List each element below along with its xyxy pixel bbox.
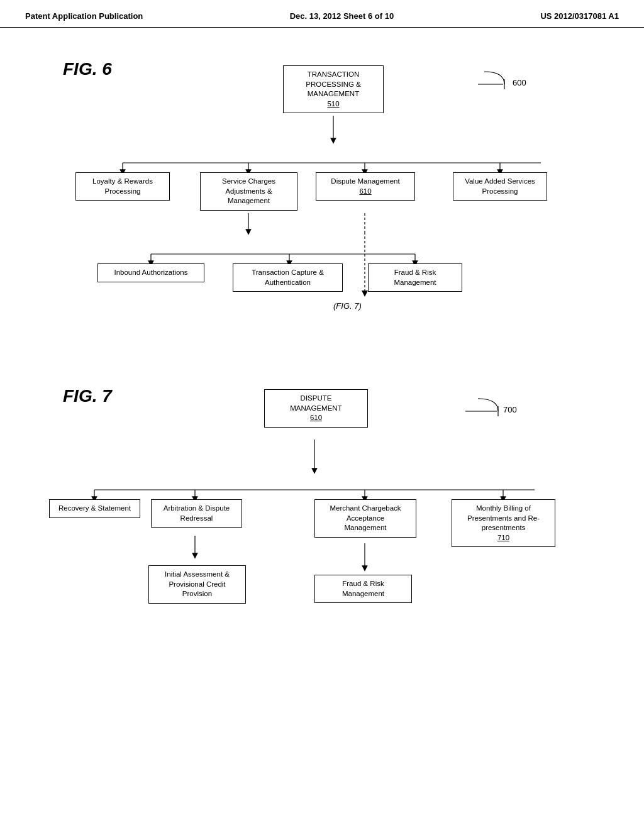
fig7-arbitration-box: Arbitration & DisputeRedressal <box>151 499 242 528</box>
fig6-service-box: Service ChargesAdjustments &Management <box>200 172 297 211</box>
fig6-label: FIG. 6 <box>63 59 112 79</box>
fig6-fraud-text: Fraud & RiskManagement <box>394 268 436 286</box>
fig7-diagram: FIG. 7 <box>25 374 619 644</box>
fig6-dispute-text: Dispute Management610 <box>331 177 399 195</box>
header-right: US 2012/0317081 A1 <box>540 11 619 21</box>
fig7-monthly-text: Monthly Billing ofPresentments and Re-pr… <box>467 504 540 541</box>
fig6-inbound-box: Inbound Authorizations <box>97 263 204 282</box>
fig6-root-box: TRANSACTIONPROCESSING &MANAGEMENT510 <box>283 65 384 113</box>
fig7-monthly-box: Monthly Billing ofPresentments and Re-pr… <box>452 499 555 547</box>
figure-6-section: FIG. 6 <box>25 47 619 348</box>
svg-marker-14 <box>362 290 368 297</box>
fig7-merchant-text: Merchant ChargebackAcceptanceManagement <box>330 504 401 531</box>
fig6-loyalty-text: Loyalty & RewardsProcessing <box>92 177 153 195</box>
fig6-service-text: Service ChargesAdjustments &Management <box>222 177 275 204</box>
fig6-txncap-box: Transaction Capture &Authentication <box>233 263 343 292</box>
fig7-ref: 700 <box>503 405 517 414</box>
fig7-root-text: DISPUTEMANAGEMENT610 <box>290 394 341 421</box>
page-header: Patent Application Publication Dec. 13, … <box>0 0 644 28</box>
fig7-fraud2-box: Fraud & RiskManagement <box>314 575 412 603</box>
fig7-recovery-box: Recovery & Statement <box>49 499 140 518</box>
main-content: FIG. 6 <box>0 28 644 682</box>
fig6-value-box: Value Added ServicesProcessing <box>453 172 547 201</box>
fig7-initial-box: Initial Assessment &Provisional CreditPr… <box>148 565 246 604</box>
fig6-inbound-text: Inbound Authorizations <box>114 268 187 276</box>
fig6-loyalty-box: Loyalty & RewardsProcessing <box>75 172 170 201</box>
fig6-root-text: TRANSACTIONPROCESSING &MANAGEMENT510 <box>306 70 361 108</box>
header-center: Dec. 13, 2012 Sheet 6 of 10 <box>290 11 394 21</box>
fig6-txncap-text: Transaction Capture &Authentication <box>252 268 324 286</box>
fig7-root-box: DISPUTEMANAGEMENT610 <box>264 389 368 428</box>
fig6-ref: 600 <box>513 78 526 87</box>
fig7-arbitration-text: Arbitration & DisputeRedressal <box>164 504 230 522</box>
fig7-recovery-text: Recovery & Statement <box>58 504 131 512</box>
fig7-label: FIG. 7 <box>63 386 112 406</box>
fig6-dispute-box: Dispute Management610 <box>316 172 415 201</box>
fig6-diagram: FIG. 6 <box>25 47 619 348</box>
fig7-merchant-box: Merchant ChargebackAcceptanceManagement <box>314 499 416 538</box>
fig7-initial-text: Initial Assessment &Provisional CreditPr… <box>165 570 230 597</box>
figure-7-section: FIG. 7 <box>25 374 619 644</box>
fig7-fraud2-text: Fraud & RiskManagement <box>342 580 384 597</box>
fig6-value-text: Value Added ServicesProcessing <box>465 177 535 195</box>
fig6-fraud-box: Fraud & RiskManagement <box>368 263 462 292</box>
header-left: Patent Application Publication <box>25 11 143 21</box>
fig6-fig7ref: (FIG. 7) <box>333 301 362 311</box>
